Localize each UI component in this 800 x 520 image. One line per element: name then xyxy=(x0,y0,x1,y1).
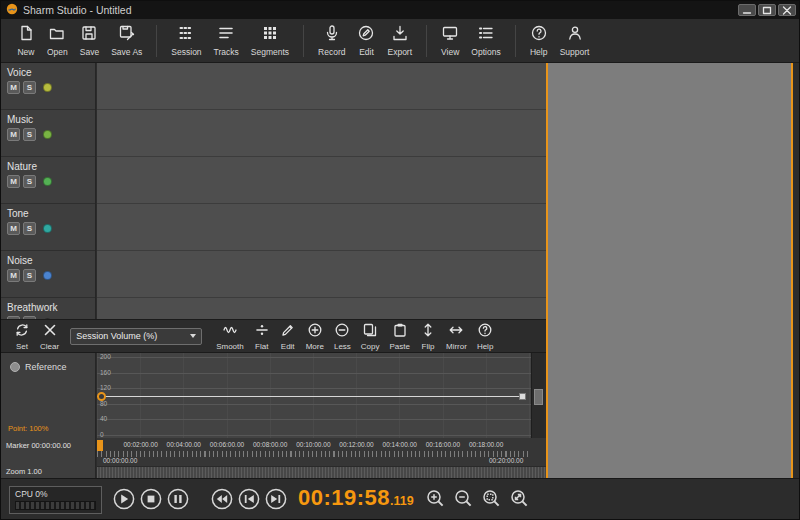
solo-button[interactable]: S xyxy=(23,222,36,235)
pause-button[interactable] xyxy=(167,488,189,510)
session-button[interactable]: Session xyxy=(165,24,207,57)
mute-button[interactable]: M xyxy=(7,81,20,94)
help-button-label: Help xyxy=(530,47,547,57)
solo-button[interactable]: S xyxy=(23,175,36,188)
mute-button[interactable]: M xyxy=(7,175,20,188)
edit-button[interactable]: Edit xyxy=(351,24,381,57)
zoom-label: Zoom 1.00 xyxy=(1,466,95,476)
clear-button[interactable]: Clear xyxy=(35,322,64,351)
segments-grid-icon xyxy=(261,24,279,46)
help-button[interactable]: Help xyxy=(524,24,554,57)
track-header-nature[interactable]: Nature M S xyxy=(1,157,95,204)
view-button[interactable]: View xyxy=(435,24,465,57)
mirror-button[interactable]: Mirror xyxy=(441,322,472,351)
right-panel xyxy=(548,63,791,478)
mute-button[interactable]: M xyxy=(7,128,20,141)
time-milliseconds: .119 xyxy=(390,494,414,508)
smooth-button[interactable]: Smooth xyxy=(211,322,249,351)
paste-button[interactable]: Paste xyxy=(385,322,415,351)
track-lane-voice[interactable] xyxy=(97,63,546,110)
open-button[interactable]: Open xyxy=(41,24,74,57)
save-as-button-label: Save As xyxy=(111,47,142,57)
tick-label: 00:04:00.00 xyxy=(162,441,205,448)
save-icon xyxy=(80,24,98,46)
track-header-music[interactable]: Music M S xyxy=(1,110,95,157)
minimize-button[interactable] xyxy=(738,4,756,16)
track-lane-tone[interactable] xyxy=(97,204,546,251)
zoom-out-button[interactable] xyxy=(453,488,475,510)
mute-button[interactable]: M xyxy=(7,269,20,282)
solo-button[interactable]: S xyxy=(23,81,36,94)
marker-header: Marker 00:00:00.00 xyxy=(1,438,96,466)
save-button[interactable]: Save xyxy=(74,24,105,57)
vertical-splitter[interactable] xyxy=(546,63,548,478)
track-header-tone[interactable]: Tone M S xyxy=(1,204,95,251)
track-name: Voice xyxy=(1,63,95,81)
track-header-breathwork[interactable]: Breathwork M S xyxy=(1,298,95,319)
support-button-label: Support xyxy=(560,47,590,57)
tick-label: 00:16:00.00 xyxy=(421,441,464,448)
reference-radio-icon[interactable] xyxy=(10,362,20,372)
minus-circle-icon xyxy=(334,322,350,342)
less-button[interactable]: Less xyxy=(329,322,356,351)
previous-button[interactable] xyxy=(238,488,260,510)
envelope-graph[interactable]: 200 160 120 80 40 0 xyxy=(97,353,531,438)
pencil-icon xyxy=(280,322,296,342)
envelope-line[interactable] xyxy=(97,396,525,397)
tick-label: 00:14:00.00 xyxy=(378,441,421,448)
next-button[interactable] xyxy=(265,488,287,510)
envelope-end-handle[interactable] xyxy=(519,393,526,400)
solo-button[interactable]: S xyxy=(23,128,36,141)
tracks-button[interactable]: Tracks xyxy=(208,24,245,57)
export-button[interactable]: Export xyxy=(381,24,418,57)
support-button[interactable]: Support xyxy=(554,24,596,57)
flip-vertical-icon xyxy=(420,322,436,342)
record-button[interactable]: Record xyxy=(312,24,351,57)
app-logo-icon xyxy=(6,1,18,19)
time-main: 00:19:58 xyxy=(298,485,390,511)
scrollbar-thumb[interactable] xyxy=(534,389,543,405)
flip-button[interactable]: Flip xyxy=(415,322,441,351)
new-button-label: New xyxy=(17,47,34,57)
time-ruler[interactable]: 00:02:00.00 00:04:00.00 00:06:00.00 00:0… xyxy=(97,438,546,466)
toolbar-separator xyxy=(515,25,516,57)
envelope-vertical-scrollbar[interactable] xyxy=(531,353,544,438)
envelope-point-handle[interactable] xyxy=(97,392,106,401)
gridline xyxy=(97,388,531,389)
point-value-label: Point: 100% xyxy=(8,424,48,433)
envelope-help-button[interactable]: Help xyxy=(472,322,498,351)
flat-button[interactable]: Flat xyxy=(249,322,275,351)
solo-button[interactable]: S xyxy=(23,269,36,282)
track-header-voice[interactable]: Voice M S xyxy=(1,63,95,110)
track-lane-noise[interactable] xyxy=(97,251,546,298)
options-button[interactable]: Options xyxy=(465,24,506,57)
segments-button[interactable]: Segments xyxy=(245,24,295,57)
close-button[interactable] xyxy=(778,4,796,16)
edit-button-label: Edit xyxy=(359,47,374,57)
more-button[interactable]: More xyxy=(301,322,329,351)
play-button[interactable] xyxy=(113,488,135,510)
maximize-button[interactable] xyxy=(758,4,776,16)
copy-button[interactable]: Copy xyxy=(356,322,385,351)
stop-button[interactable] xyxy=(140,488,162,510)
chevron-down-icon xyxy=(190,334,196,338)
zoom-in-button[interactable] xyxy=(425,488,447,510)
track-header-noise[interactable]: Noise M S xyxy=(1,251,95,298)
zoom-fit-button[interactable] xyxy=(509,488,531,510)
flip-button-label: Flip xyxy=(422,342,435,351)
rewind-button[interactable] xyxy=(211,488,233,510)
envelope-edit-button[interactable]: Edit xyxy=(275,322,301,351)
tick-label: 00:18:00.00 xyxy=(465,441,508,448)
zoom-selection-button[interactable] xyxy=(481,488,503,510)
save-as-button[interactable]: Save As xyxy=(105,24,148,57)
mute-button[interactable]: M xyxy=(7,222,20,235)
new-button[interactable]: New xyxy=(11,24,41,57)
track-lane-breathwork[interactable] xyxy=(97,298,546,319)
cpu-meter-bar xyxy=(15,501,96,510)
envelope-select[interactable]: Session Volume (%) xyxy=(70,328,202,345)
zoom-scrollbar[interactable] xyxy=(97,466,546,478)
titlebar: Sharm Studio - Untitled xyxy=(1,1,800,19)
set-button[interactable]: Set xyxy=(9,322,35,351)
track-lane-music[interactable] xyxy=(97,110,546,157)
track-lane-nature[interactable] xyxy=(97,157,546,204)
